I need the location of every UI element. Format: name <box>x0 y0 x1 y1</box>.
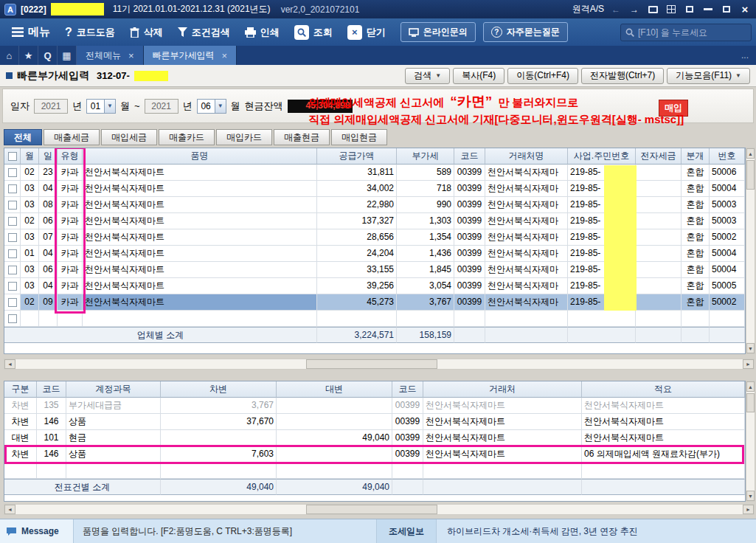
cell-vendor[interactable]: 천안서북식자제마 <box>485 165 568 181</box>
cell-vcode[interactable]: 00399 <box>392 414 423 430</box>
cell-vendor[interactable]: 천안서북식자제마 <box>485 278 568 294</box>
cell-code[interactable]: 00399 <box>454 246 485 262</box>
tab-close-icon[interactable]: × <box>128 50 134 61</box>
cell-type[interactable]: 카과 <box>58 197 83 213</box>
view-tab-5[interactable]: 매입카드 <box>216 129 272 145</box>
move-button[interactable]: 이동(Ctrl+F4) <box>507 68 578 84</box>
cell-bunkae[interactable]: 혼합 <box>682 262 710 278</box>
month-to-select[interactable]: 06 ▼ <box>197 99 226 114</box>
cell-code[interactable] <box>37 463 66 479</box>
select-all-checkbox[interactable] <box>8 152 17 161</box>
cell-vcode[interactable]: 00399 <box>392 398 423 414</box>
scroll-thumb[interactable] <box>306 359 437 369</box>
cell-item[interactable] <box>83 311 317 327</box>
cell-vat[interactable]: 1,436 <box>397 246 454 262</box>
cell-item[interactable]: 천안서북식자제마트 <box>83 246 317 262</box>
online-inquiry-button[interactable]: 온라인문의 <box>400 22 476 42</box>
cell-memo[interactable] <box>582 463 745 479</box>
cell-vendor[interactable]: 천안서북식자제마트 <box>423 414 582 430</box>
row-checkbox[interactable] <box>8 266 17 274</box>
cell-day[interactable]: 04 <box>39 246 58 262</box>
cell-month[interactable]: 02 <box>21 165 39 181</box>
cell-vendor[interactable]: 천안서북식자제마 <box>485 294 568 311</box>
grid-icon[interactable] <box>665 4 678 15</box>
journal-column-header[interactable]: 계정과목 <box>66 381 161 398</box>
row-select-cell[interactable] <box>4 181 21 197</box>
cell-bunkae[interactable]: 혼합 <box>682 229 710 246</box>
cell-item[interactable]: 천안서북식자제마트 <box>83 229 317 246</box>
cell-day[interactable]: 04 <box>39 278 58 294</box>
journal-column-header[interactable]: 구분 <box>4 381 37 398</box>
cell-type[interactable]: 카과 <box>58 262 83 278</box>
main-column-header[interactable]: 사업.주민번호 <box>568 148 636 165</box>
cell-code[interactable]: 00399 <box>454 294 485 311</box>
cell-code[interactable]: 146 <box>37 446 66 463</box>
cell-code[interactable]: 101 <box>37 430 66 446</box>
cell-day[interactable]: 07 <box>39 229 58 246</box>
cell-supply[interactable]: 24,204 <box>317 246 397 262</box>
cell-vat[interactable]: 589 <box>397 165 454 181</box>
cell-day[interactable] <box>39 311 58 327</box>
cell-vendor[interactable] <box>485 311 568 327</box>
cell-biz[interactable] <box>568 311 636 327</box>
cell-supply[interactable]: 28,656 <box>317 229 397 246</box>
cell-debit[interactable]: 3,767 <box>161 398 277 414</box>
menu-button[interactable]: 메뉴 <box>4 18 58 46</box>
cell-vcode[interactable] <box>392 463 423 479</box>
cell-supply[interactable]: 45,273 <box>317 294 397 311</box>
home-icon[interactable]: ⌂ <box>0 46 19 65</box>
global-search-input[interactable] <box>638 27 752 38</box>
cell-gubun[interactable]: 차변 <box>4 398 37 414</box>
cell-month[interactable]: 03 <box>21 278 39 294</box>
cell-credit[interactable]: 49,040 <box>277 430 392 446</box>
main-column-header[interactable]: 분개 <box>682 148 710 165</box>
scroll-down-icon[interactable]: ▼ <box>746 491 755 501</box>
cell-account[interactable] <box>66 463 161 479</box>
cell-etax[interactable] <box>636 213 682 229</box>
row-select-cell[interactable] <box>4 311 21 327</box>
cell-type[interactable]: 카과 <box>58 213 83 229</box>
cell-item[interactable]: 천안서북식자제마트 <box>83 278 317 294</box>
cell-memo[interactable]: 천안서북식자제마트 <box>582 414 745 430</box>
cell-etax[interactable] <box>636 278 682 294</box>
cell-vat[interactable]: 1,303 <box>397 213 454 229</box>
maximize-icon[interactable] <box>720 4 733 15</box>
cell-code[interactable]: 00399 <box>454 229 485 246</box>
journal-horizontal-scrollbar[interactable]: ◄ ► <box>4 504 755 515</box>
scroll-up-icon[interactable]: ▲ <box>746 148 755 159</box>
cell-month[interactable]: 02 <box>21 213 39 229</box>
cell-type[interactable] <box>58 311 83 327</box>
cell-month[interactable]: 03 <box>21 197 39 213</box>
cell-month[interactable]: 02 <box>21 294 39 311</box>
cell-vcode[interactable]: 00399 <box>392 430 423 446</box>
cell-etax[interactable] <box>636 165 682 181</box>
cell-account[interactable]: 상품 <box>66 414 161 430</box>
cell-etax[interactable] <box>636 294 682 311</box>
main-column-header[interactable]: 공급가액 <box>317 148 397 165</box>
cell-no[interactable]: 50004 <box>710 246 745 262</box>
year-to-input[interactable]: 2021 <box>145 99 178 114</box>
cell-credit[interactable] <box>277 398 392 414</box>
cell-type[interactable]: 카과 <box>58 229 83 246</box>
main-horizontal-scrollbar[interactable]: ◄ ► <box>4 359 755 370</box>
close-icon[interactable]: × <box>738 4 752 15</box>
cell-supply[interactable]: 22,980 <box>317 197 397 213</box>
row-select-cell[interactable] <box>4 246 21 262</box>
row-checkbox[interactable] <box>8 282 17 291</box>
cell-no[interactable]: 50004 <box>710 262 745 278</box>
view-tab-3[interactable]: 매입세금 <box>101 129 157 145</box>
row-checkbox[interactable] <box>8 217 17 226</box>
code-help-button[interactable]: ? 코드도움 <box>58 18 122 46</box>
chevron-down-icon[interactable]: ▼ <box>104 100 115 113</box>
cell-no[interactable]: 50004 <box>710 181 745 197</box>
cell-no[interactable]: 50002 <box>710 229 745 246</box>
scroll-right-icon[interactable]: ► <box>743 359 754 369</box>
cell-code[interactable]: 00399 <box>454 262 485 278</box>
cell-code[interactable]: 00399 <box>454 213 485 229</box>
minimize-icon[interactable] <box>701 4 715 15</box>
quick-search-icon[interactable]: Q <box>38 46 58 65</box>
main-column-header[interactable]: 유형 <box>58 148 83 165</box>
main-column-header[interactable]: 월 <box>21 148 39 165</box>
main-vertical-scrollbar[interactable]: ▲ ▼ <box>746 148 755 354</box>
cell-gubun[interactable] <box>4 463 37 479</box>
